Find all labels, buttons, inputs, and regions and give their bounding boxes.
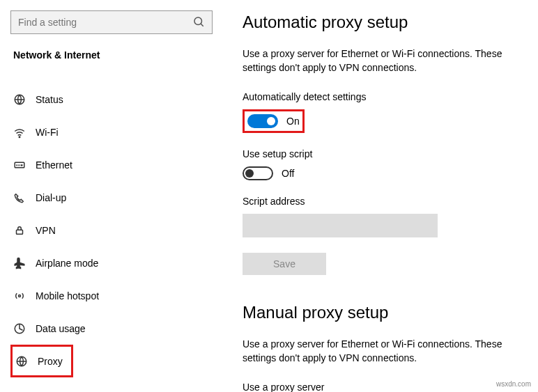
detect-toggle[interactable] <box>247 114 278 128</box>
dialup-icon <box>13 191 36 204</box>
sidebar-item-airplane[interactable]: Airplane mode <box>10 246 216 279</box>
manual-desc: Use a proxy server for Ethernet or Wi-Fi… <box>243 338 538 365</box>
search-icon <box>192 15 205 30</box>
search-input[interactable] <box>18 17 192 28</box>
script-label: Use setup script <box>243 148 538 159</box>
sidebar-item-label: Status <box>36 94 63 105</box>
ethernet-icon <box>13 159 36 171</box>
script-address-input[interactable] <box>243 214 438 237</box>
svg-point-6 <box>19 295 21 297</box>
section-title: Network & Internet <box>10 49 216 61</box>
search-box[interactable] <box>10 10 213 34</box>
detect-label: Automatically detect settings <box>243 91 538 102</box>
proxy-icon <box>15 355 38 368</box>
sidebar-item-label: Airplane mode <box>36 258 98 269</box>
sidebar-item-label: Data usage <box>36 323 86 334</box>
script-toggle-state: Off <box>282 168 294 179</box>
hotspot-icon <box>13 290 36 302</box>
use-proxy-label: Use a proxy server <box>243 382 538 392</box>
sidebar-item-label: Mobile hotspot <box>36 290 99 301</box>
auto-heading: Automatic proxy setup <box>243 13 538 32</box>
svg-rect-5 <box>17 230 23 234</box>
sidebar-item-label: Dial-up <box>36 192 66 203</box>
sidebar-item-dialup[interactable]: Dial-up <box>10 181 216 214</box>
script-toggle[interactable] <box>243 166 273 180</box>
sidebar-item-vpn[interactable]: VPN <box>10 214 216 246</box>
sidebar-item-label: Ethernet <box>36 159 72 171</box>
address-label: Script address <box>243 196 538 207</box>
sidebar-item-wifi[interactable]: Wi-Fi <box>10 116 216 148</box>
auto-desc: Use a proxy server for Ethernet or Wi-Fi… <box>243 47 538 75</box>
data-usage-icon <box>13 322 36 335</box>
detect-toggle-state: On <box>286 116 300 127</box>
sidebar-item-proxy[interactable]: Proxy <box>10 345 73 377</box>
sidebar-item-ethernet[interactable]: Ethernet <box>10 148 216 181</box>
wifi-icon <box>13 126 36 139</box>
airplane-icon <box>13 257 36 269</box>
svg-line-1 <box>201 24 203 26</box>
sidebar-item-status[interactable]: Status <box>10 83 216 116</box>
sidebar-item-datausage[interactable]: Data usage <box>10 312 216 345</box>
save-button[interactable]: Save <box>243 253 326 275</box>
sidebar-item-label: Wi-Fi <box>36 127 59 138</box>
sidebar-item-hotspot[interactable]: Mobile hotspot <box>10 279 216 312</box>
sidebar-item-label: Proxy <box>38 356 63 367</box>
sidebar-item-label: VPN <box>36 225 56 236</box>
status-icon <box>13 93 36 106</box>
manual-heading: Manual proxy setup <box>243 303 538 322</box>
watermark: wsxdn.com <box>496 380 531 388</box>
svg-point-0 <box>194 17 202 25</box>
svg-point-3 <box>19 136 20 138</box>
vpn-icon <box>13 224 36 237</box>
